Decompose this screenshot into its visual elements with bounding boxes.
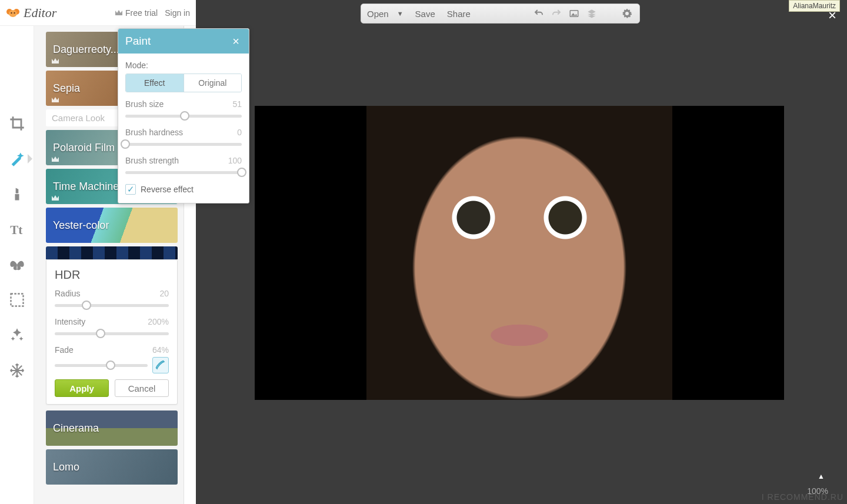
effect-label: Yester-color <box>53 219 109 232</box>
mode-toggle: Effect Original <box>125 74 242 92</box>
effect-cinerama[interactable]: Cinerama <box>46 410 178 446</box>
effect-label: Polaroid Film <box>53 142 115 154</box>
effect-yester-color[interactable]: Yester-color <box>46 208 178 243</box>
brush-strength-value: 100 <box>228 156 242 165</box>
hdr-settings-card: HDR Radius 20 Intensity 200% Fade 64% <box>46 259 178 405</box>
effect-label: Time Machine <box>53 181 119 193</box>
magic-wand-icon <box>9 151 25 167</box>
open-menu[interactable]: Open ▼ <box>367 9 404 19</box>
crown-icon <box>51 156 60 163</box>
crown-icon <box>51 96 60 104</box>
crown-icon <box>51 58 60 65</box>
save-button[interactable]: Save <box>415 9 435 19</box>
fade-label: Fade <box>55 345 74 355</box>
snowflake-icon <box>9 362 25 379</box>
image-icon <box>569 8 579 19</box>
close-overlay-button[interactable]: × <box>828 7 836 24</box>
brush-hardness-slider[interactable] <box>125 138 242 150</box>
crown-icon <box>51 195 60 202</box>
tool-texture[interactable] <box>8 326 26 345</box>
svg-text:Tt: Tt <box>10 223 22 237</box>
undo-button[interactable] <box>532 7 545 20</box>
brush-hardness-label: Brush hardness <box>125 128 183 137</box>
text-icon: Tt <box>9 221 25 238</box>
effect-label: Sepia <box>53 82 80 95</box>
paint-brush-button[interactable] <box>152 357 169 373</box>
radius-value: 20 <box>159 289 169 298</box>
effect-hdr-thumb <box>46 246 178 259</box>
open-label: Open <box>367 9 389 19</box>
download-icon <box>604 8 615 19</box>
mode-effect-button[interactable]: Effect <box>126 74 184 92</box>
tool-frame[interactable] <box>8 291 26 309</box>
free-trial-label: Free trial <box>125 8 158 18</box>
brush-size-label: Brush size <box>125 99 164 109</box>
chevron-down-icon: ▼ <box>397 10 404 17</box>
watermark: I RECOMMEND.RU <box>762 492 843 502</box>
redo-button[interactable] <box>550 7 563 20</box>
paint-title: Paint <box>125 35 151 48</box>
butterfly-icon <box>9 256 25 273</box>
tool-theme[interactable] <box>8 361 26 380</box>
app-header: Editor Free trial Sign in <box>0 0 196 26</box>
brush-strength-label: Brush strength <box>125 156 179 165</box>
monkey-icon <box>6 6 20 20</box>
hdr-title: HDR <box>55 268 169 282</box>
app-name: Editor <box>24 5 56 21</box>
brush-hardness-value: 0 <box>237 128 242 137</box>
paint-header: Paint × <box>118 29 249 54</box>
frame-icon <box>9 292 25 308</box>
brush-size-value: 51 <box>232 99 242 109</box>
tool-effects[interactable] <box>8 149 26 168</box>
brush-strength-slider[interactable] <box>125 166 242 178</box>
paint-close-button[interactable]: × <box>230 35 242 47</box>
mode-label: Mode: <box>125 61 242 70</box>
scroll-top-icon[interactable]: ▲ <box>818 472 825 480</box>
free-trial-link[interactable]: Free trial <box>115 8 158 18</box>
gear-icon <box>622 8 632 19</box>
brush-size-slider[interactable] <box>125 110 242 122</box>
download-button[interactable] <box>603 7 616 20</box>
effect-label: Daguerreoty... <box>53 44 119 56</box>
undo-icon <box>533 8 544 19</box>
effect-label: Lomo <box>53 461 79 473</box>
sign-in-link[interactable]: Sign in <box>165 8 190 18</box>
tool-text[interactable]: Tt <box>8 220 26 239</box>
intensity-slider[interactable] <box>55 328 169 339</box>
effect-label: Cinerama <box>53 422 99 435</box>
portrait-placeholder <box>366 106 672 400</box>
paint-panel: Paint × Mode: Effect Original Brush size… <box>118 28 249 203</box>
cancel-button[interactable]: Cancel <box>115 379 169 397</box>
canvas-toolbar: Open ▼ Save Share <box>361 4 640 24</box>
canvas-image[interactable] <box>255 106 784 400</box>
intensity-value: 200% <box>148 317 169 326</box>
svg-point-3 <box>11 12 12 13</box>
brush-icon <box>155 360 166 371</box>
intensity-label: Intensity <box>55 317 85 326</box>
fade-value: 64% <box>152 345 169 355</box>
layers-icon <box>586 8 597 19</box>
apply-button[interactable]: Apply <box>55 379 109 397</box>
radius-slider[interactable] <box>55 299 169 311</box>
app-logo: Editor <box>6 5 56 21</box>
lipstick-icon <box>9 186 25 202</box>
share-button[interactable]: Share <box>447 9 471 19</box>
tool-touchup[interactable] <box>8 185 26 203</box>
tool-crop[interactable] <box>8 114 26 133</box>
effect-lomo[interactable]: Lomo <box>46 449 178 485</box>
reverse-effect-label: Reverse effect <box>141 185 194 194</box>
layers-button[interactable] <box>585 7 598 20</box>
radius-label: Radius <box>55 289 81 298</box>
canvas-area: Open ▼ Save Share AlianaMau <box>196 0 847 504</box>
crop-icon <box>9 115 25 132</box>
tool-strip: Tt <box>0 26 34 504</box>
reverse-effect-checkbox[interactable]: ✓ <box>125 184 136 195</box>
settings-button[interactable] <box>621 7 633 20</box>
svg-rect-6 <box>11 294 23 306</box>
redo-icon <box>551 8 562 19</box>
texture-icon <box>9 327 25 343</box>
fit-button[interactable] <box>568 7 581 20</box>
fade-slider[interactable] <box>55 359 148 371</box>
mode-original-button[interactable]: Original <box>184 74 242 92</box>
tool-overlay[interactable] <box>8 255 26 274</box>
